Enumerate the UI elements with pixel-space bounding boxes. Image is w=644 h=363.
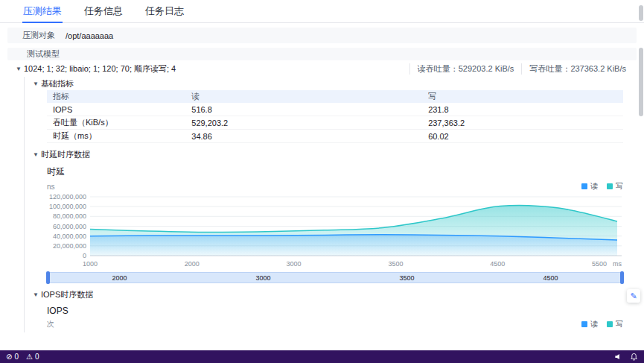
tab-task-info[interactable]: 任务信息	[73, 0, 134, 22]
error-counter[interactable]: ⊘ 0	[6, 353, 19, 361]
tab-stress-result[interactable]: 压测结果	[12, 0, 73, 22]
read-throughput: 读吞吐量：529203.2 KiB/s	[409, 63, 522, 75]
datazoom-slider[interactable]: 2000 3000 3500 4500	[47, 272, 623, 283]
col-read: 读	[185, 90, 422, 103]
latency-section-title: 时延时序数据	[41, 149, 90, 160]
svg-text:100,000,000: 100,000,000	[49, 203, 86, 210]
svg-text:20,000,000: 20,000,000	[53, 242, 86, 250]
iops-y-unit: 次	[47, 319, 54, 329]
table-row: 时延（ms） 34.86 60.02	[47, 130, 623, 143]
latency-section-head[interactable]: ▼ 时延时序数据	[25, 148, 637, 161]
target-value: /opt/aaaaaaa	[66, 31, 113, 40]
app-root: 压测结果 任务信息 任务日志 压测对象 /opt/aaaaaaa 测试模型 ▼ …	[0, 0, 644, 349]
edit-icon: ✎	[630, 291, 637, 301]
read-swatch-icon	[581, 183, 587, 189]
warning-counter[interactable]: ⚠ 0	[26, 353, 39, 361]
legend-read[interactable]: 读	[581, 181, 598, 192]
svg-text:5500: 5500	[592, 260, 607, 268]
slider-labels: 2000 3000 3500 4500	[48, 273, 622, 282]
write-throughput: 写吞吐量：237363.2 KiB/s	[521, 63, 634, 75]
latency-chart-title: 时延	[47, 165, 623, 178]
svg-text:40,000,000: 40,000,000	[53, 233, 86, 240]
col-metric: 指标	[47, 90, 185, 103]
svg-text:80,000,000: 80,000,000	[53, 212, 86, 220]
bell-icon[interactable]	[630, 353, 638, 361]
read-swatch-icon	[581, 321, 587, 327]
legend-read[interactable]: 读	[581, 319, 598, 329]
error-circle-icon: ⊘	[6, 353, 12, 361]
tabbar: 压测结果 任务信息 任务日志	[0, 0, 644, 23]
basic-metrics-title: 基础指标	[41, 78, 74, 89]
model-params: 1024; 1; 32; libaio; 1; 120; 70; 顺序读写; 4	[24, 63, 176, 75]
svg-text:ms: ms	[613, 260, 622, 268]
basic-metrics-table: 指标 读 写 IOPS 516.8 231.8 吞吐量（KiB/s）	[47, 90, 623, 143]
scrollbar-thumb-main[interactable]	[639, 48, 643, 116]
col-write: 写	[422, 90, 623, 103]
megaphone-icon[interactable]	[614, 353, 622, 361]
latency-chart-block: 时延 ns 读 写 020,000,00040,000,0006	[47, 165, 623, 283]
slider-handle-left[interactable]	[46, 271, 50, 284]
caret-down-icon[interactable]: ▼	[31, 81, 41, 87]
status-bar: ⊘ 0 ⚠ 0	[0, 350, 644, 363]
caret-down-icon[interactable]: ▼	[31, 151, 41, 158]
model-section-header: 测试模型	[7, 48, 637, 60]
status-right-icons	[614, 353, 638, 361]
legend-write[interactable]: 写	[607, 319, 623, 329]
warning-icon: ⚠	[26, 353, 33, 361]
iops-section-head[interactable]: ▼ IOPS时序数据	[25, 288, 637, 301]
svg-text:60,000,000: 60,000,000	[53, 223, 86, 230]
table-header-row: 指标 读 写	[47, 90, 623, 103]
write-swatch-icon	[607, 183, 613, 189]
svg-text:0: 0	[83, 252, 86, 259]
iops-section-title: IOPS时序数据	[41, 289, 93, 300]
table-row: 吞吐量（KiB/s） 529,203.2 237,363.2	[47, 116, 623, 130]
write-swatch-icon	[607, 321, 613, 327]
latency-legend: 读 写	[581, 181, 623, 192]
basic-metrics-head[interactable]: ▼ 基础指标	[25, 77, 637, 90]
svg-text:2000: 2000	[185, 260, 200, 268]
tab-task-log[interactable]: 任务日志	[134, 0, 195, 22]
scrollbar-thumb-top[interactable]	[639, 5, 643, 21]
svg-text:3000: 3000	[287, 260, 302, 268]
latency-chart-svg: 020,000,00040,000,00060,000,00080,000,00…	[47, 193, 623, 269]
target-label: 压测对象	[22, 30, 55, 41]
model-row[interactable]: ▼ 1024; 1; 32; libaio; 1; 120; 70; 顺序读写;…	[7, 60, 637, 77]
latency-y-unit: ns	[47, 183, 55, 191]
iops-chart-title: IOPS	[47, 306, 623, 316]
results-panel: 测试模型 ▼ 1024; 1; 32; libaio; 1; 120; 70; …	[7, 48, 637, 349]
model-detail: ▼ 基础指标 指标 读 写 IOPS 516.8	[24, 77, 637, 332]
slider-handle-right[interactable]	[620, 271, 624, 284]
model-throughput: 读吞吐量：529203.2 KiB/s 写吞吐量：237363.2 KiB/s	[409, 63, 634, 75]
iops-legend: 读 写	[581, 319, 623, 329]
legend-write[interactable]: 写	[607, 181, 623, 192]
feedback-edit-button[interactable]: ✎	[627, 289, 640, 303]
caret-down-icon[interactable]: ▼	[31, 291, 41, 298]
target-row: 压测对象 /opt/aaaaaaa	[7, 28, 637, 43]
table-row: IOPS 516.8 231.8	[47, 103, 623, 116]
svg-text:120,000,000: 120,000,000	[49, 193, 86, 201]
svg-text:4500: 4500	[490, 260, 505, 268]
svg-text:3500: 3500	[388, 260, 403, 268]
status-counters: ⊘ 0 ⚠ 0	[6, 353, 39, 361]
svg-text:1000: 1000	[83, 260, 98, 268]
iops-chart-block: IOPS 次 读 写	[47, 306, 623, 329]
caret-down-icon[interactable]: ▼	[13, 66, 24, 72]
model-section-title: 测试模型	[27, 48, 60, 60]
